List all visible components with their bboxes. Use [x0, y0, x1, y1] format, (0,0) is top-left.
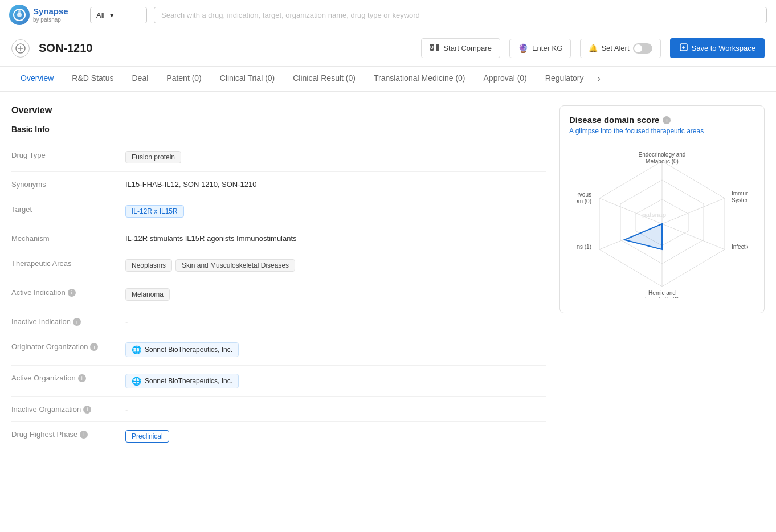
active-org-info-icon[interactable]: i	[78, 374, 86, 382]
tab-rd-status[interactable]: R&D Status	[63, 67, 122, 92]
left-panel: Overview Basic Info Drug Type Fusion pro…	[11, 105, 546, 451]
originator-org-value: 🌐 Sonnet BioTherapeutics, Inc.	[125, 342, 546, 357]
app-logo-icon	[9, 5, 30, 25]
active-indication-label: Active Indication i	[11, 288, 125, 297]
svg-text:Nervous: Nervous	[577, 191, 591, 198]
therapeutic-areas-value: Neoplasms Skin and Musculoskeletal Disea…	[125, 259, 546, 272]
compare-icon: U5	[430, 43, 440, 54]
tab-patent[interactable]: Patent (0)	[157, 67, 210, 92]
svg-text:U5: U5	[430, 45, 436, 50]
therapeutic-areas-label: Therapeutic Areas	[11, 259, 125, 268]
logo-text: Synapse by patsnap	[33, 6, 68, 23]
toggle-knob	[634, 44, 642, 52]
inactive-org-label: Inactive Organization i	[11, 405, 125, 414]
svg-text:System (0): System (0)	[577, 198, 591, 204]
svg-text:Infectious (0): Infectious (0)	[732, 244, 748, 250]
svg-text:Hemic and: Hemic and	[648, 290, 676, 296]
originator-org-tag: 🌐 Sonnet BioTherapeutics, Inc.	[125, 342, 239, 357]
active-org-row: Active Organization i 🌐 Sonnet BioTherap…	[11, 366, 546, 397]
drug-type-row: Drug Type Fusion protein	[11, 143, 546, 172]
drug-highest-phase-row: Drug Highest Phase i Preclinical	[11, 422, 546, 451]
tab-overview[interactable]: Overview	[11, 67, 63, 92]
disease-domain-info-icon[interactable]: i	[663, 116, 671, 124]
tab-clinical-result[interactable]: Clinical Result (0)	[284, 67, 365, 92]
start-compare-button[interactable]: U5 Start Compare	[421, 38, 500, 58]
drug-header: SON-1210 U5 Start Compare 🔮 Enter KG 🔔 S…	[0, 30, 776, 67]
originator-org-info-icon[interactable]: i	[90, 343, 98, 351]
radar-svg: patsnap Endocrinology and Metabolic (0) …	[577, 150, 748, 298]
svg-text:Lymphatic (0): Lymphatic (0)	[645, 297, 679, 298]
svg-text:patsnap: patsnap	[642, 211, 666, 218]
radar-chart: patsnap Endocrinology and Metabolic (0) …	[569, 144, 755, 304]
therapeutic-tag-neoplasms: Neoplasms	[125, 259, 172, 272]
tab-deal[interactable]: Deal	[123, 67, 158, 92]
target-label: Target	[11, 205, 125, 214]
enter-kg-label: Enter KG	[532, 44, 562, 52]
originator-org-row: Originator Organization i 🌐 Sonnet BioTh…	[11, 334, 546, 366]
set-alert-label: Set Alert	[601, 44, 629, 52]
target-value: IL-12R x IL15R	[125, 205, 546, 218]
synonyms-value: IL15-FHAB-IL12, SON 1210, SON-1210	[125, 180, 546, 189]
synonyms-label: Synonyms	[11, 180, 125, 189]
disease-domain-title: Disease domain score i	[569, 115, 755, 125]
therapeutic-areas-row: Therapeutic Areas Neoplasms Skin and Mus…	[11, 251, 546, 280]
tab-translational-medicine[interactable]: Translational Medicine (0)	[365, 67, 475, 92]
start-compare-label: Start Compare	[443, 44, 492, 52]
inactive-indication-info-icon[interactable]: i	[73, 318, 81, 326]
basic-info-title: Basic Info	[11, 125, 546, 134]
drug-highest-phase-info-icon[interactable]: i	[80, 431, 88, 439]
logo-name: Synapse	[33, 6, 68, 17]
inactive-org-row: Inactive Organization i -	[11, 397, 546, 422]
drug-type-value: Fusion protein	[125, 151, 546, 163]
tab-approval[interactable]: Approval (0)	[475, 67, 536, 92]
mechanism-row: Mechanism IL-12R stimulants IL15R agonis…	[11, 226, 546, 251]
save-icon	[679, 43, 688, 54]
drug-icon	[11, 39, 30, 58]
svg-text:Metabolic (0): Metabolic (0)	[646, 158, 679, 165]
tabs-more-icon[interactable]: ›	[593, 67, 605, 91]
inactive-org-info-icon[interactable]: i	[83, 406, 91, 414]
synonyms-row: Synonyms IL15-FHAB-IL12, SON 1210, SON-1…	[11, 172, 546, 197]
save-workspace-button[interactable]: Save to Workspace	[670, 38, 765, 58]
overview-section-title: Overview	[11, 105, 546, 116]
alert-icon: 🔔	[589, 44, 598, 52]
active-org-label: Active Organization i	[11, 374, 125, 382]
search-input[interactable]: Search with a drug, indication, target, …	[154, 7, 767, 23]
svg-rect-6	[436, 44, 439, 51]
enter-kg-button[interactable]: 🔮 Enter KG	[509, 39, 571, 58]
drug-type-label: Drug Type	[11, 151, 125, 159]
save-workspace-label: Save to Workspace	[692, 44, 755, 52]
search-type-dropdown[interactable]: All ▾	[90, 7, 147, 23]
inactive-indication-value: -	[125, 317, 546, 326]
tabs-bar: Overview R&D Status Deal Patent (0) Clin…	[0, 67, 776, 92]
target-tag: IL-12R x IL15R	[125, 205, 184, 218]
inactive-org-value: -	[125, 405, 546, 414]
tab-clinical-trial[interactable]: Clinical Trial (0)	[211, 67, 284, 92]
target-row: Target IL-12R x IL15R	[11, 197, 546, 226]
drug-highest-phase-label: Drug Highest Phase i	[11, 430, 125, 439]
inactive-indication-label: Inactive Indication i	[11, 317, 125, 326]
set-alert-toggle-wrap: 🔔 Set Alert	[580, 39, 660, 58]
active-indication-row: Active Indication i Melanoma	[11, 280, 546, 309]
originator-org-name: Sonnet BioTherapeutics, Inc.	[145, 346, 232, 354]
tab-regulatory[interactable]: Regulatory	[536, 67, 593, 92]
main-content: Overview Basic Info Drug Type Fusion pro…	[0, 92, 776, 464]
svg-text:Immune: Immune	[732, 190, 748, 197]
active-indication-info-icon[interactable]: i	[68, 289, 76, 297]
logo-sub: by patsnap	[33, 17, 68, 23]
chevron-down-icon: ▾	[110, 11, 114, 19]
originator-org-label: Originator Organization i	[11, 342, 125, 351]
drug-type-tag: Fusion protein	[125, 151, 181, 163]
active-org-tag: 🌐 Sonnet BioTherapeutics, Inc.	[125, 374, 239, 388]
active-indication-value: Melanoma	[125, 288, 546, 301]
inactive-indication-row: Inactive Indication i -	[11, 309, 546, 334]
svg-text:System (0): System (0)	[732, 197, 748, 203]
svg-line-14	[662, 198, 725, 224]
set-alert-toggle[interactable]	[633, 43, 652, 54]
right-panel: Disease domain score i A glimpse into th…	[559, 105, 765, 451]
top-bar: Synapse by patsnap All ▾ Search with a d…	[0, 0, 776, 30]
therapeutic-tag-skin: Skin and Musculoskeletal Diseases	[175, 259, 295, 272]
logo-area: Synapse by patsnap	[9, 5, 83, 25]
svg-text:Endocrinology and: Endocrinology and	[639, 152, 686, 158]
active-org-value: 🌐 Sonnet BioTherapeutics, Inc.	[125, 374, 546, 388]
